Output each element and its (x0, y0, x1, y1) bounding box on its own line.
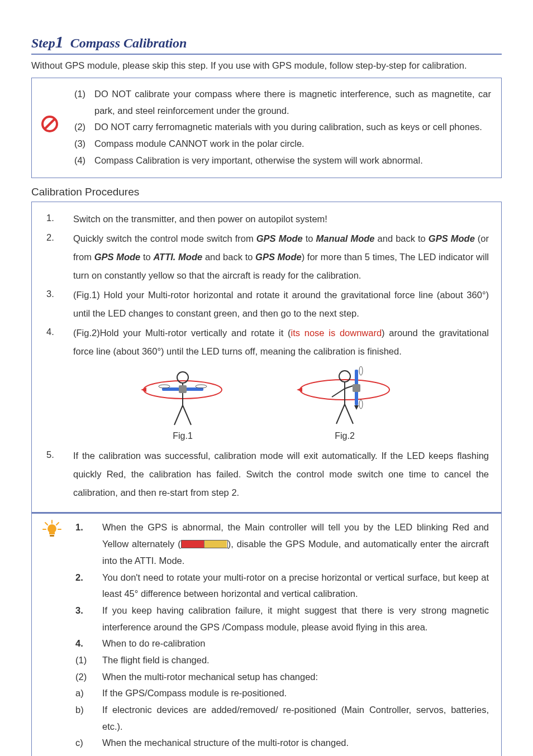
tip-item: 3. If you keep having calibration failur… (75, 602, 489, 635)
step-number: 1 (55, 32, 64, 51)
svg-line-28 (45, 523, 47, 525)
figure-2-caption: Fig.2 (292, 431, 398, 441)
sub-item: (3)If the flight direction appears to be… (75, 752, 489, 756)
svg-line-6 (174, 405, 183, 425)
svg-line-18 (336, 404, 345, 424)
led-indicator-icon (181, 540, 228, 548)
figures-row: Fig.1 (44, 366, 489, 441)
tips-list: 1. When the GPS is abnormal, the Main co… (75, 519, 489, 652)
tip-item: 1. When the GPS is abnormal, the Main co… (75, 519, 489, 569)
procedure-item: 3. (Fig.1) Hold your Multi-rotor horizon… (44, 286, 489, 323)
figure-2: Fig.2 (292, 366, 398, 441)
sub-item: (2)When the multi-rotor mechanical setup… (75, 669, 489, 686)
step-prefix: Step (31, 36, 55, 50)
svg-point-25 (359, 400, 363, 409)
svg-line-1 (45, 119, 55, 129)
svg-point-24 (359, 366, 363, 375)
procedures-list: 1. Switch on the transmitter, and then p… (44, 210, 489, 361)
tips-frame: 1. When the GPS is abnormal, the Main co… (31, 513, 502, 756)
svg-line-29 (56, 523, 59, 525)
warnings-frame: (1)DO NOT calibrate your compass where t… (31, 78, 502, 178)
svg-line-7 (183, 405, 191, 425)
warning-item: (3)Compass module CANNOT work in the pol… (42, 136, 491, 152)
prohibit-icon (41, 115, 59, 135)
tip-item: 2. You don't need to rotate your multi-r… (75, 570, 489, 602)
step-title-text: Compass Calibration (70, 36, 187, 50)
svg-line-19 (345, 404, 353, 424)
step-heading: Step1 Compass Calibration (31, 32, 502, 55)
tip-item: 4. When to do re-calibration (75, 635, 489, 652)
svg-rect-32 (50, 535, 54, 537)
sub-item: (1)The flight field is changed. (75, 652, 489, 669)
svg-marker-26 (354, 405, 359, 410)
sub-item: a)If the GPS/Compass module is re-positi… (75, 685, 489, 702)
svg-marker-15 (297, 387, 302, 392)
warnings-list: (1)DO NOT calibrate your compass where t… (42, 86, 491, 169)
procedure-item: 1. Switch on the transmitter, and then p… (44, 210, 489, 228)
lightbulb-icon (42, 519, 62, 542)
svg-line-21 (332, 389, 345, 397)
sub-item: c)When the mechanical structure of the m… (75, 735, 489, 752)
procedure-item: 5. If the calibration was successful, ca… (44, 447, 489, 502)
svg-rect-23 (353, 384, 360, 392)
procedures-heading: Calibration Procedures (31, 186, 502, 198)
tip4-sublist: (1)The flight field is changed. (2)When … (75, 652, 489, 756)
procedure-item: 2. Quickly switch the control mode switc… (44, 229, 489, 285)
figure-1-caption: Fig.1 (135, 431, 230, 441)
intro-text: Without GPS module, please skip this ste… (31, 60, 502, 71)
figure-1: Fig.1 (135, 366, 230, 441)
warning-item: (1)DO NOT calibrate your compass where t… (42, 86, 491, 119)
sub-item: b)If electronic devices are added/remove… (75, 702, 489, 735)
procedure-item: 4. (Fig.2)Hold your Multi-rotor vertical… (44, 324, 489, 361)
warning-item: (2)DO NOT carry ferromagnetic materials … (42, 119, 491, 136)
procedures-list-cont: 5. If the calibration was successful, ca… (44, 447, 489, 502)
procedures-frame: 1. Switch on the transmitter, and then p… (31, 202, 502, 513)
svg-rect-11 (179, 385, 187, 393)
warning-item: (4)Compass Calibration is very important… (42, 152, 491, 169)
